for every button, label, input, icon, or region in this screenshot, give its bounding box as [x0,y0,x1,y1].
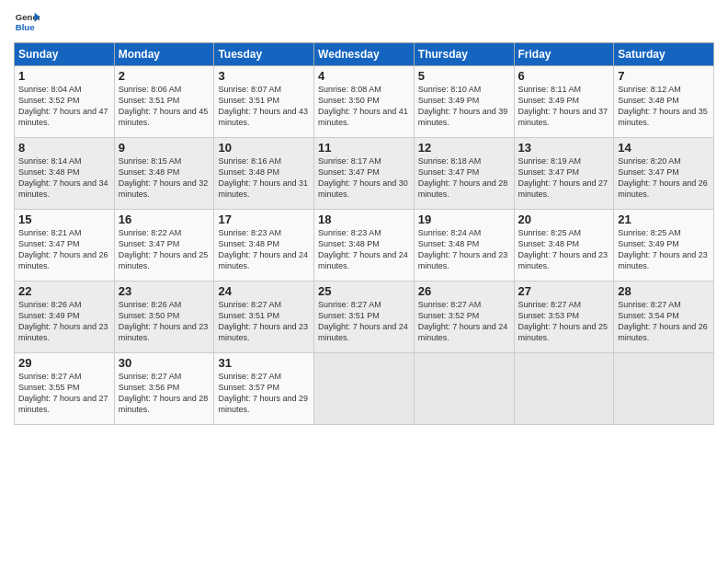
calendar-cell: 21 Sunrise: 8:25 AMSunset: 3:49 PMDaylig… [614,210,714,282]
cell-info: Sunrise: 8:16 AMSunset: 3:48 PMDaylight:… [218,156,308,199]
cell-info: Sunrise: 8:27 AMSunset: 3:56 PMDaylight:… [119,372,209,414]
cell-info: Sunrise: 8:24 AMSunset: 3:48 PMDaylight:… [418,228,508,270]
cell-info: Sunrise: 8:14 AMSunset: 3:48 PMDaylight:… [18,156,108,199]
cell-info: Sunrise: 8:27 AMSunset: 3:54 PMDaylight:… [618,300,708,342]
calendar-cell: 13 Sunrise: 8:19 AMSunset: 3:47 PMDaylig… [514,138,614,210]
day-number: 18 [318,213,410,226]
cell-info: Sunrise: 8:27 AMSunset: 3:53 PMDaylight:… [518,300,609,342]
cell-info: Sunrise: 8:27 AMSunset: 3:57 PMDaylight:… [218,372,308,414]
day-number: 21 [618,213,710,226]
cell-info: Sunrise: 8:19 AMSunset: 3:47 PMDaylight:… [518,156,609,199]
day-number: 30 [119,356,210,370]
day-number: 9 [119,141,210,155]
main-container: General Blue SundayMondayTuesdayWednesda… [0,0,728,434]
calendar-cell: 12 Sunrise: 8:18 AMSunset: 3:47 PMDaylig… [414,138,514,210]
cell-info: Sunrise: 8:08 AMSunset: 3:50 PMDaylight:… [318,85,408,127]
cell-info: Sunrise: 8:23 AMSunset: 3:48 PMDaylight:… [218,228,308,270]
col-header-thursday: Thursday [414,43,514,66]
calendar-cell: 9 Sunrise: 8:15 AMSunset: 3:48 PMDayligh… [114,138,214,210]
day-number: 4 [318,69,410,83]
day-number: 8 [18,141,110,155]
cell-info: Sunrise: 8:20 AMSunset: 3:47 PMDaylight:… [618,156,708,199]
calendar-cell: 23 Sunrise: 8:26 AMSunset: 3:50 PMDaylig… [114,282,214,353]
calendar-cell [614,353,714,425]
cell-info: Sunrise: 8:27 AMSunset: 3:55 PMDaylight:… [18,372,108,414]
calendar-cell: 6 Sunrise: 8:11 AMSunset: 3:49 PMDayligh… [514,66,614,138]
day-number: 26 [418,284,510,298]
day-number: 10 [218,141,310,155]
col-header-tuesday: Tuesday [214,43,314,66]
day-number: 20 [518,213,610,226]
calendar-cell: 30 Sunrise: 8:27 AMSunset: 3:56 PMDaylig… [114,353,214,425]
day-number: 13 [518,141,610,155]
col-header-wednesday: Wednesday [314,43,415,66]
cell-info: Sunrise: 8:18 AMSunset: 3:47 PMDaylight:… [418,156,508,199]
cell-info: Sunrise: 8:25 AMSunset: 3:49 PMDaylight:… [618,228,708,270]
week-row-3: 15 Sunrise: 8:21 AMSunset: 3:47 PMDaylig… [15,210,714,282]
day-number: 5 [418,69,510,83]
calendar-cell: 11 Sunrise: 8:17 AMSunset: 3:47 PMDaylig… [314,138,415,210]
day-number: 23 [119,284,210,298]
calendar-cell: 22 Sunrise: 8:26 AMSunset: 3:49 PMDaylig… [15,282,115,353]
calendar-cell: 16 Sunrise: 8:22 AMSunset: 3:47 PMDaylig… [114,210,214,282]
calendar-cell: 20 Sunrise: 8:25 AMSunset: 3:48 PMDaylig… [514,210,614,282]
day-number: 25 [318,284,410,298]
calendar-cell: 28 Sunrise: 8:27 AMSunset: 3:54 PMDaylig… [614,282,714,353]
calendar-cell: 27 Sunrise: 8:27 AMSunset: 3:53 PMDaylig… [514,282,614,353]
cell-info: Sunrise: 8:17 AMSunset: 3:47 PMDaylight:… [318,156,408,199]
calendar-cell: 3 Sunrise: 8:07 AMSunset: 3:51 PMDayligh… [214,66,314,138]
calendar-cell: 15 Sunrise: 8:21 AMSunset: 3:47 PMDaylig… [15,210,115,282]
week-row-2: 8 Sunrise: 8:14 AMSunset: 3:48 PMDayligh… [15,138,714,210]
cell-info: Sunrise: 8:04 AMSunset: 3:52 PMDaylight:… [18,85,108,127]
cell-info: Sunrise: 8:22 AMSunset: 3:47 PMDaylight:… [119,228,209,270]
day-number: 3 [218,69,310,83]
svg-text:Blue: Blue [16,22,35,32]
week-row-5: 29 Sunrise: 8:27 AMSunset: 3:55 PMDaylig… [15,353,714,425]
calendar-cell: 2 Sunrise: 8:06 AMSunset: 3:51 PMDayligh… [114,66,214,138]
col-header-monday: Monday [114,43,214,66]
calendar-cell: 14 Sunrise: 8:20 AMSunset: 3:47 PMDaylig… [614,138,714,210]
calendar-cell: 18 Sunrise: 8:23 AMSunset: 3:48 PMDaylig… [314,210,415,282]
week-row-4: 22 Sunrise: 8:26 AMSunset: 3:49 PMDaylig… [15,282,714,353]
cell-info: Sunrise: 8:07 AMSunset: 3:51 PMDaylight:… [218,85,308,127]
day-number: 16 [119,213,210,226]
calendar-cell: 17 Sunrise: 8:23 AMSunset: 3:48 PMDaylig… [214,210,314,282]
calendar-cell: 25 Sunrise: 8:27 AMSunset: 3:51 PMDaylig… [314,282,415,353]
cell-info: Sunrise: 8:26 AMSunset: 3:50 PMDaylight:… [119,300,209,342]
cell-info: Sunrise: 8:11 AMSunset: 3:49 PMDaylight:… [518,85,609,127]
day-number: 6 [518,69,610,83]
calendar-body: 1 Sunrise: 8:04 AMSunset: 3:52 PMDayligh… [15,66,714,425]
col-header-friday: Friday [514,43,614,66]
calendar-cell: 8 Sunrise: 8:14 AMSunset: 3:48 PMDayligh… [15,138,115,210]
calendar-cell: 31 Sunrise: 8:27 AMSunset: 3:57 PMDaylig… [214,353,314,425]
logo-icon: General Blue [14,9,40,35]
col-header-saturday: Saturday [614,43,714,66]
calendar-table: SundayMondayTuesdayWednesdayThursdayFrid… [14,42,714,425]
cell-info: Sunrise: 8:25 AMSunset: 3:48 PMDaylight:… [518,228,609,270]
cell-info: Sunrise: 8:06 AMSunset: 3:51 PMDaylight:… [119,85,209,127]
cell-info: Sunrise: 8:23 AMSunset: 3:48 PMDaylight:… [318,228,408,270]
cell-info: Sunrise: 8:12 AMSunset: 3:48 PMDaylight:… [618,85,708,127]
day-number: 15 [18,213,110,226]
day-number: 29 [18,356,110,370]
day-number: 31 [218,356,310,370]
cell-info: Sunrise: 8:21 AMSunset: 3:47 PMDaylight:… [18,228,108,270]
calendar-cell: 1 Sunrise: 8:04 AMSunset: 3:52 PMDayligh… [15,66,115,138]
calendar-cell [314,353,415,425]
cell-info: Sunrise: 8:27 AMSunset: 3:52 PMDaylight:… [418,300,508,342]
day-number: 17 [218,213,310,226]
calendar-cell: 24 Sunrise: 8:27 AMSunset: 3:51 PMDaylig… [214,282,314,353]
day-number: 22 [18,284,110,298]
calendar-cell: 4 Sunrise: 8:08 AMSunset: 3:50 PMDayligh… [314,66,415,138]
cell-info: Sunrise: 8:10 AMSunset: 3:49 PMDaylight:… [418,85,508,127]
calendar-cell [414,353,514,425]
calendar-cell: 10 Sunrise: 8:16 AMSunset: 3:48 PMDaylig… [214,138,314,210]
logo: General Blue [14,9,40,35]
day-number: 28 [618,284,710,298]
calendar-cell [514,353,614,425]
day-number: 11 [318,141,410,155]
day-number: 1 [18,69,110,83]
day-number: 12 [418,141,510,155]
day-number: 2 [119,69,210,83]
calendar-cell: 26 Sunrise: 8:27 AMSunset: 3:52 PMDaylig… [414,282,514,353]
